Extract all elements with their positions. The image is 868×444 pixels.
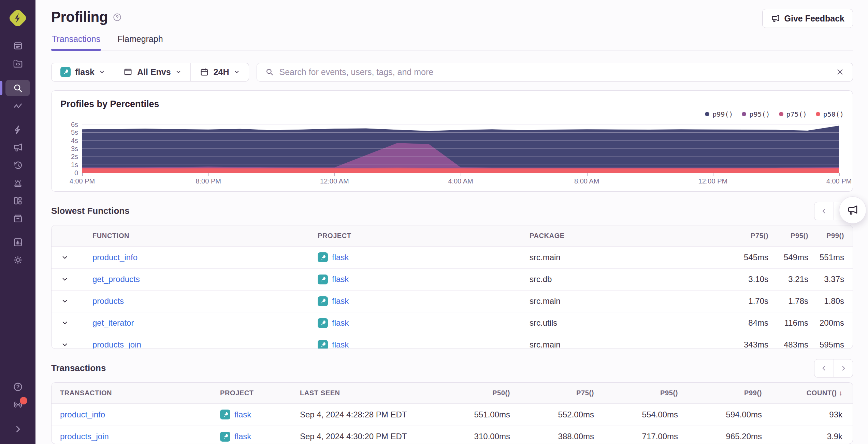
expand-row-button[interactable] bbox=[52, 254, 92, 261]
chart-title: Profiles by Percentiles bbox=[60, 99, 844, 109]
sidebar-item-insights[interactable] bbox=[5, 121, 30, 138]
slowest-functions-header: FUNCTIONPROJECTPACKAGEP75()P95()P99() bbox=[52, 225, 853, 247]
sidebar-item-projects[interactable] bbox=[5, 55, 30, 72]
whats-new-button[interactable] bbox=[5, 396, 30, 413]
chart-plot-area bbox=[82, 124, 839, 173]
function-link[interactable]: get_products bbox=[92, 275, 318, 284]
column-header: P95() bbox=[768, 232, 808, 240]
expand-row-button[interactable] bbox=[52, 297, 92, 305]
project-link[interactable]: flask bbox=[332, 253, 349, 262]
x-axis-label: 4:00 AM bbox=[448, 177, 473, 185]
floating-feedback-button[interactable] bbox=[839, 196, 866, 224]
function-link[interactable]: get_iterator bbox=[92, 318, 318, 328]
p95-value: 483ms bbox=[768, 340, 808, 349]
project-link[interactable]: flask bbox=[332, 296, 349, 306]
sidebar-item-settings[interactable] bbox=[5, 252, 30, 268]
transactions-header: TRANSACTIONPROJECTLAST SEENP50()P75()P95… bbox=[52, 383, 853, 404]
project-link[interactable]: flask bbox=[332, 275, 349, 284]
sort-desc-icon[interactable]: ↓ bbox=[839, 389, 842, 397]
project-filter[interactable]: flask bbox=[52, 63, 114, 81]
column-header: P95() bbox=[594, 389, 678, 397]
sidebar-item-alerts[interactable] bbox=[5, 175, 30, 191]
environment-filter[interactable]: All Envs bbox=[114, 63, 190, 81]
search-bar bbox=[257, 63, 853, 82]
sidebar-item-explore[interactable] bbox=[5, 80, 30, 96]
x-axis-label: 4:00 PM bbox=[826, 177, 852, 185]
profiles-chart-svg bbox=[82, 124, 839, 173]
p75-value: 3.10s bbox=[707, 275, 768, 284]
count-value: 3.9k bbox=[762, 432, 853, 441]
legend-item[interactable]: p95() bbox=[742, 110, 770, 118]
sidebar-item-performance[interactable] bbox=[5, 98, 30, 114]
prev-page-button[interactable] bbox=[814, 359, 834, 377]
chevron-down-icon bbox=[99, 69, 105, 75]
page-title: Profiling bbox=[51, 9, 108, 25]
next-page-button[interactable] bbox=[834, 359, 853, 377]
legend-item[interactable]: p99() bbox=[705, 110, 733, 118]
expand-row-button[interactable] bbox=[52, 276, 92, 283]
x-axis-label: 4:00 PM bbox=[70, 177, 95, 185]
flask-project-icon bbox=[318, 252, 328, 262]
help-button[interactable] bbox=[5, 379, 30, 395]
chevron-down-icon bbox=[175, 69, 182, 75]
transaction-link[interactable]: product_info bbox=[52, 410, 220, 419]
column-header: COUNT()↓ bbox=[762, 389, 853, 397]
sentry-logo[interactable] bbox=[6, 7, 29, 29]
sidebar-item-feedback[interactable] bbox=[5, 139, 30, 156]
page-help-icon[interactable] bbox=[113, 13, 122, 22]
sidebar bbox=[0, 0, 35, 444]
function-link[interactable]: product_info bbox=[92, 253, 318, 262]
transactions-title: Transactions bbox=[51, 363, 106, 373]
transaction-link[interactable]: products_join bbox=[52, 432, 220, 441]
function-link[interactable]: products bbox=[92, 296, 318, 306]
p99-value: 551ms bbox=[808, 253, 853, 262]
tab-bar: Transactions Flamegraph bbox=[51, 34, 853, 50]
date-range-filter[interactable]: 24H bbox=[190, 63, 249, 81]
project-link[interactable]: flask bbox=[234, 432, 251, 441]
p75-value: 545ms bbox=[707, 253, 768, 262]
tab-flamegraph[interactable]: Flamegraph bbox=[117, 34, 163, 50]
chevron-down-icon bbox=[61, 276, 69, 283]
search-clear-button[interactable] bbox=[836, 68, 844, 76]
prev-page-button[interactable] bbox=[814, 202, 834, 220]
main-content: Profiling Give Feedback Transactions Fla… bbox=[35, 0, 868, 444]
sidebar-item-releases[interactable] bbox=[5, 210, 30, 226]
p95-value: 549ms bbox=[768, 253, 808, 262]
project-link[interactable]: flask bbox=[332, 318, 349, 328]
table-row: products_joinflasksrc.main343ms483ms595m… bbox=[52, 334, 853, 349]
tab-transactions[interactable]: Transactions bbox=[51, 34, 101, 50]
give-feedback-button[interactable]: Give Feedback bbox=[762, 9, 853, 28]
project-link[interactable]: flask bbox=[332, 340, 349, 349]
search-icon bbox=[265, 68, 274, 76]
p99-value: 594.00ms bbox=[678, 410, 762, 419]
function-link[interactable]: products_join bbox=[92, 340, 318, 349]
project-cell: flask bbox=[318, 252, 530, 262]
project-cell: flask bbox=[318, 318, 530, 328]
legend-item[interactable]: p75() bbox=[779, 110, 807, 118]
y-axis-label: 4s bbox=[60, 137, 78, 144]
expand-row-button[interactable] bbox=[52, 319, 92, 327]
table-row: product_infoflasksrc.main545ms549ms551ms bbox=[52, 247, 853, 268]
legend-dot bbox=[779, 112, 783, 116]
x-axis-label: 12:00 AM bbox=[320, 177, 349, 185]
p95-value: 116ms bbox=[768, 318, 808, 328]
table-row: products_joinflaskSep 4, 2024 4:30:20 PM… bbox=[52, 426, 853, 444]
sidebar-item-issues[interactable] bbox=[5, 38, 30, 54]
sidebar-item-stats[interactable] bbox=[5, 234, 30, 250]
p75-value: 84ms bbox=[707, 318, 768, 328]
x-axis-tick bbox=[82, 173, 83, 176]
package-cell: src.main bbox=[530, 340, 707, 349]
column-header: P75() bbox=[510, 389, 594, 397]
calendar-icon bbox=[200, 67, 209, 77]
legend-dot bbox=[705, 112, 709, 116]
search-input[interactable] bbox=[279, 67, 830, 77]
project-link[interactable]: flask bbox=[234, 410, 251, 419]
sidebar-item-dashboards[interactable] bbox=[5, 192, 30, 209]
chevron-down-icon bbox=[61, 254, 69, 261]
sidebar-collapse-button[interactable] bbox=[5, 421, 30, 437]
legend-item[interactable]: p50() bbox=[816, 110, 844, 118]
p75-value: 343ms bbox=[707, 340, 768, 349]
sidebar-item-replays[interactable] bbox=[5, 157, 30, 173]
p50-value: 310.00ms bbox=[426, 432, 510, 441]
expand-row-button[interactable] bbox=[52, 341, 92, 349]
